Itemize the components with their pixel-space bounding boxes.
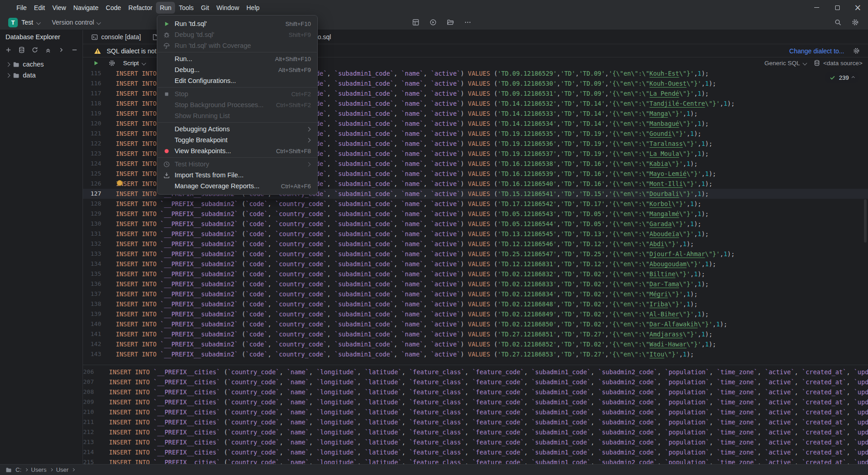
database-icon[interactable] xyxy=(18,46,25,55)
code-line-143[interactable]: 143INSERT INTO `__PREFIX__subadmin2` (`c… xyxy=(83,349,868,359)
menubar-item-help[interactable]: Help xyxy=(243,2,264,14)
line-number[interactable]: 213 xyxy=(83,437,106,447)
menubar-item-run[interactable]: Run xyxy=(156,2,175,14)
run-menu-item-run-td-sql[interactable]: Run 'td.sql'Shift+F10 xyxy=(157,18,317,29)
line-number[interactable]: 211 xyxy=(83,417,106,427)
code-line-131[interactable]: 131INSERT INTO `__PREFIX__subadmin2` (`c… xyxy=(83,229,868,239)
run-menu-item-toggle-breakpoint[interactable]: Toggle Breakpoint xyxy=(157,134,317,145)
line-number[interactable]: 212 xyxy=(83,427,106,437)
line-number[interactable]: 120 xyxy=(83,119,112,129)
code-line-130[interactable]: 130INSERT INTO `__PREFIX__subadmin2` (`c… xyxy=(83,219,868,229)
more-icon[interactable] xyxy=(463,18,472,27)
menubar-item-window[interactable]: Window xyxy=(213,2,243,14)
line-number[interactable]: 128 xyxy=(83,199,112,209)
line-number[interactable]: 122 xyxy=(83,139,112,149)
code-text[interactable]: INSERT INTO `__PREFIX__subadmin2` (`code… xyxy=(116,269,705,279)
line-number[interactable]: 214 xyxy=(83,447,106,457)
line-number[interactable]: 132 xyxy=(83,239,112,249)
code-text[interactable]: INSERT INTO `__PREFIX__cities` (`country… xyxy=(109,387,868,397)
line-number[interactable]: 139 xyxy=(83,309,112,319)
inspections-widget[interactable]: 239 xyxy=(825,72,859,83)
code-line-140[interactable]: 140INSERT INTO `__PREFIX__subadmin2` (`c… xyxy=(83,319,868,329)
run-menu-item-edit-configurations[interactable]: Edit Configurations... xyxy=(157,75,317,86)
code-text[interactable]: INSERT INTO `__PREFIX__subadmin2` (`code… xyxy=(116,319,727,329)
tree-item-caches[interactable]: caches xyxy=(0,59,83,70)
run-menu-item-debug[interactable]: Debug...Alt+Shift+F9 xyxy=(157,64,317,75)
services-icon[interactable] xyxy=(411,18,420,27)
run-menu-item-view-breakpoints[interactable]: View Breakpoints...Ctrl+Shift+F8 xyxy=(157,145,317,156)
breadcrumb-segment[interactable]: Users xyxy=(31,466,46,473)
code-text[interactable]: INSERT INTO `__PREFIX__subadmin2` (`code… xyxy=(116,329,713,339)
code-text[interactable]: INSERT INTO `__PREFIX__subadmin2` (`code… xyxy=(116,279,709,289)
line-number[interactable]: 143 xyxy=(83,349,112,359)
code-text[interactable]: INSERT INTO `__PREFIX__cities` (`country… xyxy=(109,427,868,437)
change-dialect-link[interactable]: Change dialect to... xyxy=(789,47,844,55)
line-number[interactable]: 119 xyxy=(83,108,112,119)
code-text[interactable]: INSERT INTO `__PREFIX__subadmin2` (`code… xyxy=(116,219,701,229)
code-text[interactable]: INSERT INTO `__PREFIX__subadmin2` (`code… xyxy=(116,209,709,219)
code-text[interactable]: INSERT INTO `__PREFIX__cities` (`country… xyxy=(109,367,868,377)
code-line-138[interactable]: 138INSERT INTO `__PREFIX__subadmin2` (`c… xyxy=(83,299,868,309)
code-text[interactable]: INSERT INTO `__PREFIX__subadmin2` (`code… xyxy=(116,239,694,249)
close-button[interactable]: × xyxy=(847,0,868,15)
line-number[interactable]: 118 xyxy=(83,98,112,108)
code-text[interactable]: INSERT INTO `__PREFIX__subadmin2` (`code… xyxy=(116,299,698,309)
code-line-210[interactable]: 210INSERT INTO `__PREFIX__cities` (`coun… xyxy=(83,407,868,417)
add-icon[interactable] xyxy=(5,46,12,55)
line-number[interactable]: 129 xyxy=(83,209,112,219)
maximize-button[interactable] xyxy=(827,0,847,15)
code-text[interactable]: INSERT INTO `__PREFIX__subadmin2` (`code… xyxy=(116,309,709,319)
collapse-all-icon[interactable] xyxy=(44,46,52,55)
menubar-item-refactor[interactable]: Refactor xyxy=(125,2,156,14)
line-number[interactable]: 121 xyxy=(83,129,112,139)
code-text[interactable]: INSERT INTO `__PREFIX__cities` (`country… xyxy=(109,407,868,417)
line-number[interactable]: 209 xyxy=(83,397,106,407)
menubar-item-tools[interactable]: Tools xyxy=(175,2,197,14)
code-line-208[interactable]: 208INSERT INTO `__PREFIX__cities` (`coun… xyxy=(83,387,868,397)
line-number[interactable]: 134 xyxy=(83,259,112,269)
search-icon[interactable] xyxy=(833,18,842,27)
code-line-214[interactable]: 214INSERT INTO `__PREFIX__cities` (`coun… xyxy=(83,447,868,457)
line-number[interactable]: 123 xyxy=(83,149,112,159)
code-line-211[interactable]: 211INSERT INTO `__PREFIX__cities` (`coun… xyxy=(83,417,868,427)
editor-split-bottom[interactable]: 206INSERT INTO `__PREFIX__cities` (`coun… xyxy=(83,365,868,464)
line-number[interactable]: 140 xyxy=(83,319,112,329)
line-number[interactable]: 206 xyxy=(83,367,106,377)
line-number[interactable]: 116 xyxy=(83,78,112,88)
datasource-selector[interactable]: <data source> xyxy=(814,60,863,67)
code-line-139[interactable]: 139INSERT INTO `__PREFIX__subadmin2` (`c… xyxy=(83,309,868,319)
tree-item-data[interactable]: data xyxy=(0,70,83,81)
refresh-icon[interactable] xyxy=(31,46,38,55)
notification-settings-button[interactable] xyxy=(852,46,861,56)
line-number[interactable]: 141 xyxy=(83,329,112,339)
code-text[interactable]: INSERT INTO `__PREFIX__subadmin2` (`code… xyxy=(116,339,716,349)
tab-console-data[interactable]: console [data] xyxy=(86,30,146,44)
run-menu-item-debugging-actions[interactable]: Debugging Actions xyxy=(157,124,317,134)
line-number[interactable]: 142 xyxy=(83,339,112,349)
menubar-item-navigate[interactable]: Navigate xyxy=(70,2,102,14)
line-number[interactable]: 117 xyxy=(83,88,112,98)
code-line-133[interactable]: 133INSERT INTO `__PREFIX__subadmin2` (`c… xyxy=(83,249,868,259)
settings-icon[interactable] xyxy=(851,18,860,27)
code-text[interactable]: INSERT INTO `__PREFIX__cities` (`country… xyxy=(109,377,868,387)
code-line-206[interactable]: 206INSERT INTO `__PREFIX__cities` (`coun… xyxy=(83,367,868,377)
code-text[interactable]: INSERT INTO `__PREFIX__subadmin2` (`code… xyxy=(116,349,694,359)
code-line-213[interactable]: 213INSERT INTO `__PREFIX__cities` (`coun… xyxy=(83,437,868,447)
code-line-129[interactable]: 129INSERT INTO `__PREFIX__subadmin2` (`c… xyxy=(83,209,868,219)
menubar-item-code[interactable]: Code xyxy=(102,2,124,14)
code-line-212[interactable]: 212INSERT INTO `__PREFIX__cities` (`coun… xyxy=(83,427,868,437)
menubar-item-edit[interactable]: Edit xyxy=(31,2,49,14)
code-text[interactable]: INSERT INTO `__PREFIX__subadmin2` (`code… xyxy=(116,199,701,209)
open-folder-icon[interactable] xyxy=(446,18,455,27)
code-text[interactable]: INSERT INTO `__PREFIX__cities` (`country… xyxy=(109,417,868,427)
chevron-right-icon[interactable] xyxy=(6,73,10,77)
code-text[interactable]: INSERT INTO `__PREFIX__subadmin2` (`code… xyxy=(116,249,735,259)
line-number[interactable]: 210 xyxy=(83,407,106,417)
code-text[interactable]: INSERT INTO `__PREFIX__cities` (`country… xyxy=(109,457,868,464)
code-line-141[interactable]: 141INSERT INTO `__PREFIX__subadmin2` (`c… xyxy=(83,329,868,339)
code-text[interactable]: INSERT INTO `__PREFIX__subadmin2` (`code… xyxy=(116,289,698,299)
line-number[interactable]: 135 xyxy=(83,269,112,279)
line-number[interactable]: 136 xyxy=(83,279,112,289)
line-number[interactable]: 125 xyxy=(83,169,112,179)
line-number[interactable]: 126 xyxy=(83,179,112,189)
